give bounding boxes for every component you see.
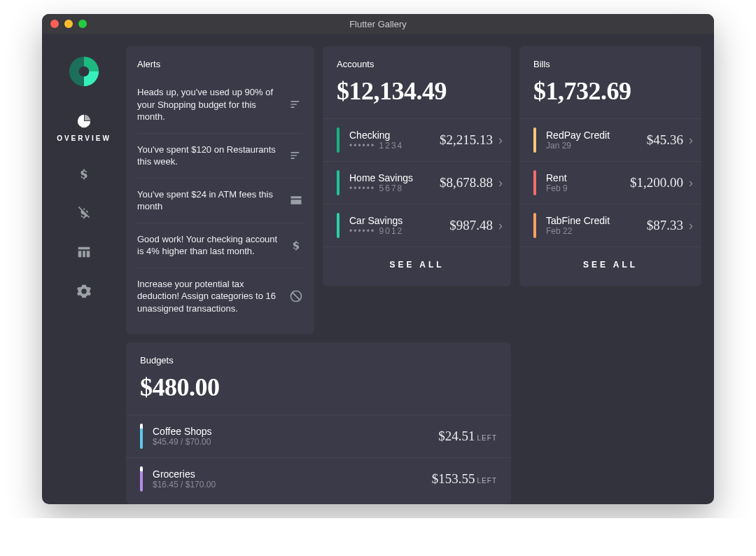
window-title: Flutter Gallery — [42, 19, 714, 29]
chevron-right-icon: › — [689, 218, 693, 233]
app-logo-icon — [66, 53, 102, 90]
bill-row[interactable]: TabFine Credit Feb 22 $87.33 › — [519, 204, 701, 246]
alert-row[interactable]: Heads up, you've used up 90% of your Sho… — [137, 76, 303, 133]
dollar-icon — [289, 238, 303, 252]
account-row[interactable]: Checking •••••• 1234 $2,215.13 › — [323, 118, 511, 161]
chevron-right-icon: › — [498, 176, 503, 190]
chevron-right-icon: › — [689, 133, 693, 148]
maximize-window-button[interactable] — [78, 20, 87, 28]
budget-remaining: $24.51LEFT — [438, 429, 497, 444]
alert-row[interactable]: Good work! Your checking account is 4% h… — [137, 223, 303, 267]
alert-text: Heads up, you've used up 90% of your Sho… — [137, 86, 281, 123]
nav-settings[interactable] — [76, 284, 92, 299]
alerts-card: Alerts Heads up, you've used up 90% of y… — [126, 46, 314, 334]
app-window: Flutter Gallery OVERVIEW — [42, 14, 714, 504]
budget-spent-of-total: $45.49 / $70.00 — [153, 437, 438, 447]
account-balance: $987.48 — [449, 218, 493, 233]
bills-title: Bills — [519, 59, 701, 69]
close-window-button[interactable] — [50, 20, 59, 28]
bill-amount: $87.33 — [647, 218, 683, 233]
budgets-total: $480.00 — [126, 366, 511, 415]
nav-budgets[interactable] — [76, 244, 92, 260]
budget-color-stripe — [140, 424, 143, 449]
bill-color-stripe — [533, 127, 536, 153]
alert-text: Good work! Your checking account is 4% h… — [137, 233, 281, 258]
svg-point-1 — [79, 67, 90, 77]
bill-color-stripe — [533, 170, 536, 195]
bill-due-date: Feb 22 — [546, 226, 647, 236]
alerts-title: Alerts — [137, 59, 303, 76]
account-color-stripe — [337, 213, 340, 238]
account-balance: $8,678.88 — [440, 175, 493, 190]
nav-accounts[interactable] — [76, 166, 92, 181]
sidebar: OVERVIEW — [42, 34, 126, 504]
bill-name: TabFine Credit — [546, 215, 647, 226]
sort-icon — [289, 97, 303, 111]
alert-text: Increase your potential tax deduction! A… — [137, 278, 281, 315]
account-balance: $2,215.13 — [440, 132, 493, 148]
accounts-total: $12,134.49 — [323, 69, 511, 118]
account-row[interactable]: Car Savings •••••• 9012 $987.48 › — [323, 204, 511, 246]
nav-overview-label: OVERVIEW — [57, 134, 111, 142]
budget-remaining: $153.55LEFT — [432, 471, 497, 487]
alert-text: You've spent $24 in ATM fees this month — [137, 188, 281, 213]
bill-color-stripe — [533, 213, 536, 238]
budget-color-stripe — [140, 466, 143, 492]
dollar-icon — [76, 166, 92, 181]
table-icon — [76, 244, 92, 260]
bill-name: RedPay Credit — [546, 130, 647, 141]
account-row[interactable]: Home Savings •••••• 5678 $8,678.88 › — [323, 161, 511, 204]
chevron-right-icon: › — [498, 218, 503, 233]
accounts-card: Accounts $12,134.49 Checking •••••• 1234… — [323, 46, 511, 286]
bill-name: Rent — [546, 172, 630, 183]
account-name: Home Savings — [349, 172, 440, 183]
bill-amount: $1,200.00 — [630, 175, 683, 190]
budget-row[interactable]: Coffee Shops $45.49 / $70.00 $24.51LEFT — [126, 415, 511, 457]
titlebar: Flutter Gallery — [42, 14, 714, 34]
alert-text: You've spent $120 on Restaurants this we… — [137, 144, 281, 168]
account-name: Checking — [349, 130, 440, 141]
account-color-stripe — [337, 170, 340, 195]
nav-overview[interactable]: OVERVIEW — [57, 113, 111, 142]
card-icon — [289, 193, 303, 207]
budgets-title: Budgets — [126, 355, 511, 366]
bill-amount: $45.36 — [647, 132, 683, 148]
chevron-right-icon: › — [498, 133, 503, 148]
nav-bills[interactable] — [76, 205, 92, 221]
bills-see-all[interactable]: SEE ALL — [519, 246, 701, 282]
bill-due-date: Jan 29 — [546, 141, 647, 151]
accounts-see-all[interactable]: SEE ALL — [323, 246, 511, 282]
account-name: Car Savings — [349, 215, 449, 226]
budget-name: Groceries — [153, 468, 432, 480]
chevron-right-icon: › — [689, 176, 693, 190]
accounts-title: Accounts — [323, 59, 511, 69]
gear-icon — [76, 284, 92, 299]
bills-card: Bills $1,732.69 RedPay Credit Jan 29 $45… — [519, 46, 701, 286]
pie-chart-icon — [76, 113, 92, 129]
bills-total: $1,732.69 — [519, 69, 701, 118]
account-number-masked: •••••• 9012 — [349, 226, 449, 236]
bill-due-date: Feb 9 — [546, 183, 630, 193]
main-content: Accounts $12,134.49 Checking •••••• 1234… — [126, 34, 714, 504]
budgets-card: Budgets $480.00 Coffee Shops $45.49 / $7… — [126, 342, 511, 504]
bill-row[interactable]: Rent Feb 9 $1,200.00 › — [519, 161, 701, 204]
budget-name: Coffee Shops — [153, 426, 438, 437]
dollar-slash-icon — [76, 205, 92, 221]
account-color-stripe — [337, 127, 340, 153]
block-icon — [289, 289, 303, 303]
alert-row[interactable]: Increase your potential tax deduction! A… — [137, 267, 303, 325]
budget-spent-of-total: $16.45 / $170.00 — [153, 480, 432, 489]
minimize-window-button[interactable] — [64, 20, 73, 28]
account-number-masked: •••••• 5678 — [349, 183, 440, 193]
sort-icon — [289, 148, 303, 162]
bill-row[interactable]: RedPay Credit Jan 29 $45.36 › — [519, 118, 701, 161]
alert-row[interactable]: You've spent $120 on Restaurants this we… — [137, 133, 303, 178]
account-number-masked: •••••• 1234 — [349, 141, 440, 151]
alert-row[interactable]: You've spent $24 in ATM fees this month — [137, 178, 303, 223]
budget-row[interactable]: Groceries $16.45 / $170.00 $153.55LEFT — [126, 457, 511, 500]
